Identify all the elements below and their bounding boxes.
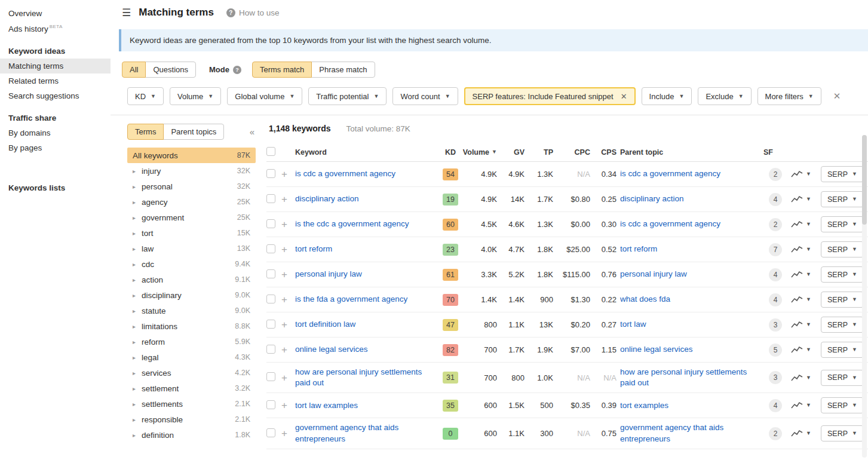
keyword-link[interactable]: is cdc a government agency: [295, 169, 395, 178]
expand-triangle-icon[interactable]: ▸: [133, 385, 140, 392]
serp-button[interactable]: SERP▼: [821, 292, 864, 308]
filter-word-count[interactable]: Word count▼: [392, 87, 458, 105]
col-kd[interactable]: KD: [438, 148, 462, 157]
parent-topic-link[interactable]: how are personal injury settlements paid…: [620, 367, 747, 387]
expand-triangle-icon[interactable]: ▸: [133, 308, 140, 314]
sidebar-item-by-domains[interactable]: By domains: [0, 125, 111, 140]
keyword-link[interactable]: tort definition law: [295, 320, 355, 329]
term-item[interactable]: ▸law13K: [127, 241, 256, 256]
add-to-list-icon[interactable]: +: [280, 244, 295, 254]
mode-help-icon[interactable]: ?: [233, 66, 241, 74]
term-item[interactable]: ▸settlements2.1K: [127, 396, 256, 412]
col-volume[interactable]: Volume▼: [462, 148, 501, 157]
col-gv[interactable]: GV: [501, 148, 528, 157]
keyword-link[interactable]: is the fda a government agency: [295, 295, 407, 303]
parent-topic-link[interactable]: tort examples: [620, 401, 668, 410]
add-to-list-icon[interactable]: +: [280, 320, 295, 330]
term-item[interactable]: ▸responsible2.1K: [127, 412, 256, 427]
term-item[interactable]: ▸agency25K: [127, 194, 256, 210]
expand-triangle-icon[interactable]: ▸: [133, 401, 140, 407]
row-checkbox[interactable]: [266, 428, 275, 437]
parent-topic-link[interactable]: tort reform: [620, 244, 657, 253]
filter-traffic-potential[interactable]: Traffic potential▼: [308, 87, 387, 105]
remove-serp-filter-icon[interactable]: ✕: [621, 92, 627, 101]
expand-triangle-icon[interactable]: ▸: [133, 323, 140, 330]
serp-button[interactable]: SERP▼: [821, 241, 864, 257]
row-checkbox[interactable]: [266, 194, 275, 203]
term-item[interactable]: ▸limitations8.8K: [127, 318, 256, 334]
keyword-trend-button[interactable]: ▼: [787, 346, 821, 354]
row-checkbox[interactable]: [266, 345, 275, 354]
add-to-list-icon[interactable]: +: [280, 428, 295, 438]
add-to-list-icon[interactable]: +: [280, 295, 295, 305]
sidebar-item-related-terms[interactable]: Related terms: [0, 73, 111, 88]
keyword-trend-button[interactable]: ▼: [787, 374, 821, 382]
tab-terms-match[interactable]: Terms match: [252, 62, 312, 78]
term-item[interactable]: ▸tort15K: [127, 225, 256, 241]
keyword-trend-button[interactable]: ▼: [787, 401, 821, 409]
row-checkbox[interactable]: [266, 219, 275, 228]
expand-triangle-icon[interactable]: ▸: [133, 230, 140, 237]
sidebar-item-overview[interactable]: Overview: [0, 6, 111, 21]
vertical-scrollbar[interactable]: [862, 135, 867, 458]
hamburger-menu-icon[interactable]: ☰: [122, 7, 131, 19]
keyword-link[interactable]: online legal services: [295, 345, 368, 354]
sidebar-item-matching-terms[interactable]: Matching terms: [0, 59, 111, 73]
parent-topic-link[interactable]: personal injury law: [620, 269, 687, 278]
term-item[interactable]: ▸personal32K: [127, 179, 256, 194]
expand-triangle-icon[interactable]: ▸: [133, 354, 140, 361]
add-to-list-icon[interactable]: +: [280, 169, 295, 179]
row-checkbox[interactable]: [266, 169, 275, 178]
parent-topic-link[interactable]: online legal services: [620, 345, 693, 354]
parent-topic-link[interactable]: is cdc a government agency: [620, 169, 720, 178]
row-checkbox[interactable]: [266, 269, 275, 278]
expand-triangle-icon[interactable]: ▸: [133, 416, 140, 423]
parent-topic-link[interactable]: what does fda: [620, 295, 670, 303]
parent-topic-link[interactable]: is cdc a government agency: [620, 219, 720, 228]
serp-button[interactable]: SERP▼: [821, 425, 864, 441]
sidebar-item-by-pages[interactable]: By pages: [0, 140, 111, 155]
serp-button[interactable]: SERP▼: [821, 397, 864, 413]
expand-triangle-icon[interactable]: ▸: [133, 339, 140, 345]
tab-phrase-match[interactable]: Phrase match: [311, 62, 375, 78]
expand-triangle-icon[interactable]: ▸: [133, 199, 140, 206]
expand-triangle-icon[interactable]: ▸: [133, 370, 140, 376]
keyword-trend-button[interactable]: ▼: [787, 321, 821, 329]
row-checkbox[interactable]: [266, 320, 275, 329]
keyword-trend-button[interactable]: ▼: [787, 296, 821, 303]
clear-filters-icon[interactable]: ✕: [833, 91, 841, 102]
serp-button[interactable]: SERP▼: [821, 342, 864, 358]
term-item[interactable]: ▸definition1.8K: [127, 427, 256, 443]
serp-button[interactable]: SERP▼: [821, 166, 864, 182]
col-tp[interactable]: TP: [528, 148, 557, 157]
row-checkbox[interactable]: [266, 372, 275, 381]
term-item[interactable]: ▸injury32K: [127, 163, 256, 179]
filter-exclude[interactable]: Exclude▼: [698, 87, 751, 105]
keyword-link[interactable]: is the cdc a government agency: [295, 219, 409, 228]
parent-topic-link[interactable]: tort law: [620, 320, 646, 329]
expand-triangle-icon[interactable]: ▸: [133, 183, 140, 190]
parent-topic-link[interactable]: disciplinary action: [620, 194, 684, 203]
expand-triangle-icon[interactable]: ▸: [133, 214, 140, 221]
term-item[interactable]: ▸government25K: [127, 210, 256, 225]
col-cpc[interactable]: CPC: [557, 148, 594, 157]
sidebar-item-search-suggestions[interactable]: Search suggestions: [0, 88, 111, 103]
term-item[interactable]: ▸settlement3.2K: [127, 381, 256, 396]
expand-triangle-icon[interactable]: ▸: [133, 277, 140, 283]
tab-all[interactable]: All: [122, 62, 146, 78]
serp-button[interactable]: SERP▼: [821, 191, 864, 207]
filter-more-filters[interactable]: More filters▼: [757, 87, 821, 105]
keyword-trend-button[interactable]: ▼: [787, 271, 821, 278]
keyword-trend-button[interactable]: ▼: [787, 170, 821, 178]
filter-include[interactable]: Include▼: [642, 87, 692, 105]
expand-triangle-icon[interactable]: ▸: [133, 432, 140, 438]
sidebar-item-ads-history[interactable]: Ads historyBETA: [0, 21, 111, 36]
term-item[interactable]: ▸action9.1K: [127, 272, 256, 287]
keyword-link[interactable]: tort reform: [295, 244, 332, 253]
col-cps[interactable]: CPS: [594, 148, 620, 157]
add-to-list-icon[interactable]: +: [280, 269, 295, 280]
filter-serp-features[interactable]: SERP features: Include Featured snippet …: [464, 87, 636, 105]
scrollbar-thumb[interactable]: [862, 135, 867, 225]
filter-kd[interactable]: KD▼: [127, 87, 164, 105]
col-keyword[interactable]: Keyword: [295, 148, 438, 157]
